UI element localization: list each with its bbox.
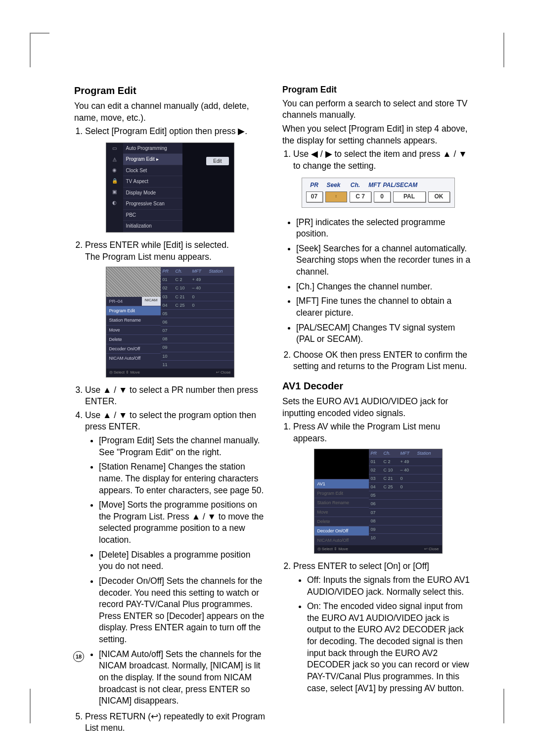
table-row: 10 [161,352,234,360]
list-item: [Delete] Disables a programme position y… [99,549,266,572]
table-row: 06 [161,318,234,326]
list-item: [NICAM Auto/off] Sets the channels for t… [99,649,266,707]
osd-menu-item: Progressive Scan [123,198,182,210]
osd-menu-item: Clock Set [123,165,182,177]
seek-value-cell: PAL [393,191,426,202]
table-row: 04C 250 [369,482,442,491]
table-row: 02C 10– 40 [161,284,234,292]
av-step-1: Press AV while the Program List menu app… [293,421,474,444]
nicam-badge: NICAM [142,297,161,306]
side-menu-item: Delete [106,334,161,344]
figure-osd-menu: ▭ ◬ ◉ 🔒 ▣ ◐ Auto ProgrammingProgram Edit… [106,142,234,233]
intro-text: You can edit a channel manually (add, de… [74,100,266,124]
left-step-1: Select [Program Edit] option then press … [85,126,266,138]
osd-menu-item: Initialization [123,221,182,232]
edit-button: Edit [206,157,228,166]
osd-menu-item: Auto Programming [123,143,182,154]
osd-menu-item: TV Aspect [123,176,182,188]
right-p2: When you select [Program Edit] in step 4… [282,123,474,146]
pr-label: PR–04 [106,297,142,306]
bottom-hint-left: ◎ Select ⇕ Move [317,547,348,552]
table-row: 11 [161,360,234,369]
tuner-icon: ◬ [106,154,123,165]
table-row: 01C 2+ 49 [161,275,234,284]
side-menu-item: Decoder On/Off [106,344,161,353]
side-menu-item: NICAM Auto/Off [106,353,161,363]
side-menu-item: Station Rename [106,315,161,325]
list-item: [Ch.] Changes the channel number. [296,281,474,293]
left-column: Program Edit You can edit a channel manu… [74,84,266,737]
right-step-1: Use ◀ / ▶ to select the item and press ▲… [293,148,474,172]
av1-label: AV1 [314,479,369,488]
table-row: 07 [369,508,442,517]
right-step-2: Choose OK then press ENTER to confirm th… [293,349,474,373]
table-row: 05 [369,491,442,499]
table-row: 10 [369,533,442,542]
seek-value-cell: C 7 [350,191,371,202]
left-step-4: Use ▲ / ▼ to select the program option t… [85,410,266,707]
tv-icon: ▭ [106,143,123,154]
side-menu-item: Program Edit [106,306,161,315]
side-menu-item: Program Edit [314,488,369,498]
table-row: 01C 2+ 49 [369,457,442,466]
hdd-icon: ◐ [106,197,123,208]
list-item: [PR] indicates the selected programme po… [296,217,474,240]
table-row: 09 [161,343,234,351]
side-menu-item: Move [106,325,161,334]
program-edit-heading: Program Edit [74,84,266,97]
osd-menu-item: Program Edit ▸ [123,154,182,165]
list-item: [Program Edit] Sets the channel manually… [99,435,266,458]
table-row: 07 [161,326,234,334]
list-item: Off: Inputs the signals from the EURO AV… [307,574,474,598]
osd-menu-item: Display Mode [123,188,182,199]
list-item: [PAL/SECAM] Changes TV signal system (PA… [296,322,474,345]
rec-icon: ▣ [106,187,123,197]
program-edit-subheading: Program Edit [282,84,474,96]
table-row: 03C 210 [161,292,234,301]
left-step-3: Use ▲ / ▼ to select a PR number then pre… [85,384,266,408]
lock-icon: 🔒 [106,176,123,187]
page-content: Program Edit You can edit a channel manu… [74,84,474,737]
table-row: 03C 210 [369,474,442,482]
table-row: 04C 250 [161,301,234,309]
side-menu-item: NICAM Auto/Off [314,535,369,545]
list-item: On: The encoded video signal input from … [307,601,474,694]
table-row: 02C 10– 40 [369,466,442,474]
side-menu-item: Decoder On/Off [314,526,369,535]
list-item: [Station Rename] Changes the station nam… [99,461,266,496]
seek-value-cell: OK [428,191,450,202]
preview-thumbnail-black [314,449,369,479]
right-column: Program Edit You can perform a search to… [282,84,474,737]
list-item: [Decoder On/Off] Sets the channels for t… [99,575,266,646]
av-step-2: Press ENTER to select [On] or [Off] Off:… [293,561,474,694]
left-step-5: Press RETURN (↩) repeatedly to exit Prog… [85,711,266,734]
osd-menu-item: PBC [123,210,182,221]
seek-value-cell: 0 [374,191,391,202]
figure-seek-bar: PRSeekCh.MFTPAL/SECAM 07↕C 70PALOK [302,178,455,207]
disc-icon: ◉ [106,165,123,176]
seek-arrow-cell: ↕ [325,191,347,202]
page-number: 18 [73,651,84,662]
bottom-hint-left: ◎ Select ⇕ Move [109,370,140,376]
side-menu-item: Move [314,507,369,517]
bottom-hint-right: ↩ Close [216,370,231,376]
av1-decoder-heading: AV1 Decoder [282,379,474,393]
seek-value-cell: 07 [306,191,323,202]
table-row: 05 [161,309,234,318]
side-menu-item: Delete [314,517,369,526]
table-row: 08 [369,517,442,525]
list-item: [MFT] Fine tunes the channel to obtain a… [296,295,474,319]
list-item: [Seek] Searches for a channel automatica… [296,243,474,278]
side-menu-item: Station Rename [314,498,369,507]
list-item: [Move] Sorts the programme positions on … [99,499,266,546]
table-row: 08 [161,334,234,343]
left-step-2: Press ENTER while [Edit] is selected. Th… [85,239,266,263]
table-row: 09 [369,525,442,533]
table-row: 06 [369,499,442,508]
figure-program-list: PR–04 NICAM Program EditStation RenameMo… [106,267,234,377]
bottom-hint-right: ↩ Close [424,547,439,552]
right-p1: You can perform a search to select and s… [282,98,474,121]
preview-thumbnail [106,267,161,297]
figure-av1-list: AV1 Program EditStation RenameMoveDelete… [314,449,443,554]
av-intro: Sets the EURO AV1 AUDIO/VIDEO jack for i… [282,396,474,419]
